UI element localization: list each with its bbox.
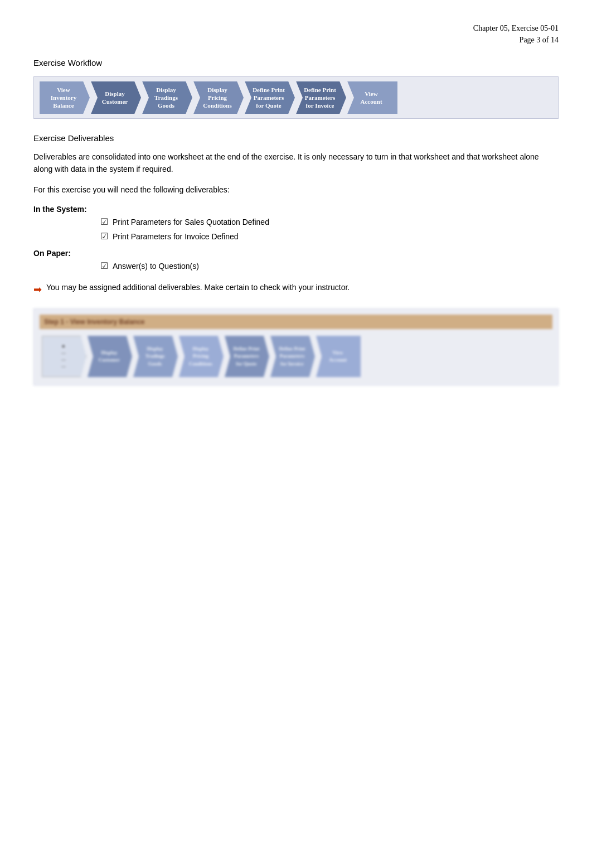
blurred-workflow: ■――― DisplayCustomer DisplayTradingsGood… bbox=[40, 334, 552, 379]
step6-text: Define PrintParametersfor Invoice bbox=[304, 86, 336, 110]
workflow-step-5[interactable]: Define PrintParametersfor Quote bbox=[245, 81, 295, 114]
body-paragraph-1: Deliverables are consolidated into one w… bbox=[33, 151, 559, 176]
checklist-item-3-text: Answer(s) to Question(s) bbox=[113, 261, 199, 272]
workflow-step-6[interactable]: Define PrintParametersfor Invoice bbox=[296, 81, 346, 114]
workflow-step-1[interactable]: ViewInventoryBalance bbox=[40, 81, 90, 114]
workflow-banner: ViewInventoryBalance DisplayCustomer Dis… bbox=[33, 76, 559, 119]
on-paper-row: On Paper: bbox=[33, 248, 559, 259]
arrow-bullet-icon: ➡ bbox=[33, 282, 42, 297]
step7-text: ViewAccount bbox=[360, 90, 382, 106]
workflow-step-4[interactable]: DisplayPricingConditions bbox=[193, 81, 244, 114]
step1-text: ViewInventoryBalance bbox=[51, 86, 76, 110]
blurred-step-6: ViewAccount bbox=[316, 336, 361, 377]
note-text: You may be assigned additional deliverab… bbox=[46, 282, 350, 293]
deliverables-title: Exercise Deliverables bbox=[33, 132, 559, 145]
workflow-step-2[interactable]: DisplayCustomer bbox=[91, 81, 141, 114]
checklist-item-1-text: Print Parameters for Sales Quotation Def… bbox=[113, 216, 269, 228]
blurred-step-0: ■――― bbox=[42, 336, 86, 377]
on-paper-label: On Paper: bbox=[33, 248, 71, 259]
in-system-checklist: ☑ Print Parameters for Sales Quotation D… bbox=[100, 215, 559, 243]
on-paper-checklist: ☑ Answer(s) to Question(s) bbox=[100, 259, 559, 273]
blurred-section: Step 1 - View Inventory Balance ■――― Dis… bbox=[33, 308, 559, 385]
checklist-item-3: ☑ Answer(s) to Question(s) bbox=[100, 259, 559, 273]
blurred-step-3: DisplayPricingConditions bbox=[179, 336, 224, 377]
checkbox-icon-3: ☑ bbox=[100, 259, 108, 273]
step3-text: DisplayTradingsGoods bbox=[154, 86, 178, 110]
page-header: Chapter 05, Exercise 05-01 Page 3 of 14 bbox=[33, 22, 559, 46]
checklist-item-2-text: Print Parameters for Invoice Defined bbox=[113, 231, 239, 243]
in-system-label: In the System: bbox=[33, 204, 559, 215]
note-row: ➡ You may be assigned additional deliver… bbox=[33, 282, 559, 297]
checkbox-icon-1: ☑ bbox=[100, 215, 108, 229]
workflow-step-7[interactable]: ViewAccount bbox=[347, 81, 397, 114]
blurred-step-4: Define PrintParametersfor Quote bbox=[225, 336, 269, 377]
step4-text: DisplayPricingConditions bbox=[203, 86, 231, 110]
checkbox-icon-2: ☑ bbox=[100, 230, 108, 243]
checklist-item-1: ☑ Print Parameters for Sales Quotation D… bbox=[100, 215, 559, 229]
blurred-step-1: DisplayCustomer bbox=[88, 336, 132, 377]
step2-text: DisplayCustomer bbox=[102, 90, 128, 106]
header-line2: Page 3 of 14 bbox=[33, 34, 559, 46]
step5-text: Define PrintParametersfor Quote bbox=[253, 86, 285, 110]
blurred-header: Step 1 - View Inventory Balance bbox=[40, 315, 552, 329]
workflow-step-3[interactable]: DisplayTradingsGoods bbox=[142, 81, 192, 114]
blurred-step-2: DisplayTradingsGoods bbox=[133, 336, 178, 377]
body-paragraph-2: For this exercise you will need the foll… bbox=[33, 184, 559, 196]
blurred-step-5: Define PrintParametersfor Invoice bbox=[270, 336, 315, 377]
workflow-section-title: Exercise Workflow bbox=[33, 57, 559, 70]
header-line1: Chapter 05, Exercise 05-01 bbox=[33, 22, 559, 34]
checklist-item-2: ☑ Print Parameters for Invoice Defined bbox=[100, 230, 559, 243]
